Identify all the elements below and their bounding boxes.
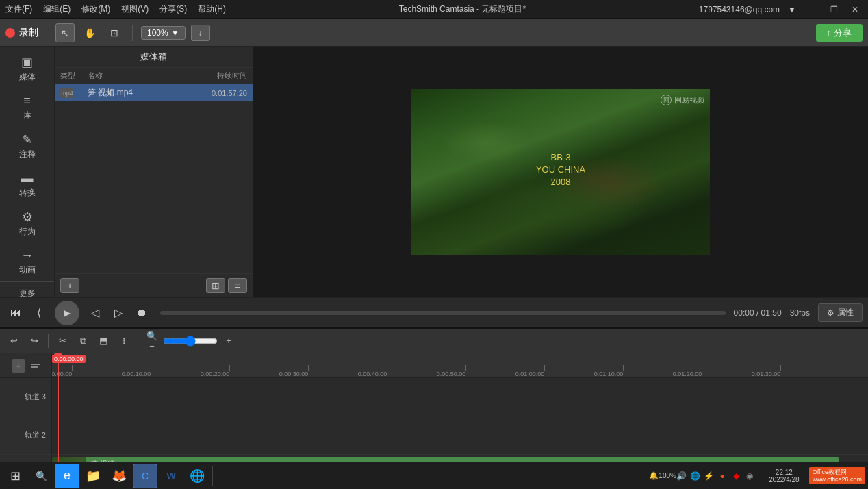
start-button[interactable]: ⊞ — [3, 464, 27, 488]
record-dot-icon — [5, 28, 15, 38]
system-clock[interactable]: 22:12 2022/4/28 — [763, 468, 805, 484]
taskbar-word[interactable]: W — [159, 464, 183, 488]
split-button[interactable]: ⫶ — [116, 333, 132, 349]
step-back-button[interactable]: ⟨ — [29, 303, 49, 323]
download-button[interactable]: ↓ — [191, 25, 210, 41]
play-button[interactable]: ▶ — [55, 301, 79, 325]
track-row-3[interactable] — [52, 378, 868, 416]
tray-app1[interactable]: ● — [717, 471, 728, 481]
menu-modify[interactable]: 修改(M) — [81, 3, 110, 15]
zoom-slider-container: 🔍− + — [144, 333, 237, 349]
library-label: 库 — [23, 110, 31, 121]
track-row-2[interactable] — [52, 416, 868, 455]
tray-notification[interactable]: 🔔 — [648, 471, 659, 481]
sidebar-more-button[interactable]: 更多 — [0, 281, 54, 305]
media-panel-footer: + ⊞ ≡ — [55, 273, 253, 297]
record-button[interactable]: 录制 — [5, 27, 38, 39]
tray-percent: 100% — [662, 471, 673, 481]
tray-audio[interactable]: 🔊 — [676, 471, 687, 481]
grid-view-button[interactable]: ⊞ — [206, 278, 225, 293]
taskbar-edge[interactable]: e — [55, 464, 79, 488]
taskbar-folder[interactable]: 📁 — [81, 464, 105, 488]
progress-bar[interactable] — [160, 311, 726, 315]
tl-separator-1 — [48, 334, 49, 348]
menu-view[interactable]: 视图(V) — [121, 3, 149, 15]
ruler-mark-6: 0:01:00:00 — [530, 365, 559, 377]
titlebar: 文件(F) 编辑(E) 修改(M) 视图(V) 分享(S) 帮助(H) Tech… — [0, 0, 868, 19]
media-row[interactable]: mp4 笋 视频.mp4 0:01:57:20 — [55, 84, 253, 101]
next-frame-button[interactable]: ▷ — [108, 303, 129, 323]
taskbar-ie[interactable]: 🌐 — [185, 464, 209, 488]
time-display: 00:00 / 01:50 — [734, 308, 782, 318]
crop-tool-button[interactable]: ⊡ — [105, 23, 124, 42]
taskbar-search[interactable]: 🔍 — [29, 464, 53, 488]
play-icon: ▶ — [64, 308, 71, 318]
undo-button[interactable]: ↩ — [5, 333, 22, 349]
app-title: TechSmith Camtasia - 无标题项目* — [399, 3, 526, 15]
record-clip-button[interactable]: ⏺ — [131, 303, 152, 323]
menu-edit[interactable]: 编辑(E) — [43, 3, 71, 15]
sidebar-item-library[interactable]: ≡ 库 — [0, 88, 54, 127]
transition-label: 转换 — [19, 187, 36, 199]
ruler-mark-3: 0:00:30:00 — [294, 365, 323, 377]
properties-button[interactable]: ⚙ 属性 — [818, 303, 863, 322]
paste-button[interactable]: ⬒ — [95, 333, 112, 349]
select-tool-button[interactable]: ↖ — [55, 23, 75, 42]
zoom-slider[interactable] — [163, 336, 218, 347]
preview-video: 网 网易视频 BB-3YOU CHINA2008 — [411, 89, 710, 255]
media-table-header: 类型 名称 持续时间 — [55, 68, 253, 84]
zoom-dropdown[interactable]: 100% ▼ — [141, 26, 186, 40]
add-track-button[interactable]: + — [12, 359, 25, 373]
tray-battery[interactable]: ⚡ — [703, 471, 714, 481]
pan-tool-button[interactable]: ✋ — [80, 23, 99, 42]
minimize-button[interactable]: — — [804, 3, 821, 16]
tray-app3[interactable]: ◉ — [744, 471, 755, 481]
sidebar-item-media[interactable]: ▣ 媒体 — [0, 49, 54, 88]
ruler-mark-1: 0:00:10:00 — [136, 365, 166, 377]
tray-network[interactable]: 🌐 — [689, 471, 700, 481]
tray-app2[interactable]: ◆ — [730, 471, 741, 481]
transition-icon: ▬ — [21, 171, 34, 186]
media-duration-cell: 0:01:57:20 — [199, 89, 247, 97]
share-icon: ↑ — [827, 27, 832, 38]
folder-icon: 📁 — [86, 468, 101, 484]
menu-share[interactable]: 分享(S) — [159, 3, 187, 15]
zoom-out-button[interactable]: 🔍− — [144, 333, 160, 349]
redo-button[interactable]: ↪ — [26, 333, 42, 349]
user-dropdown-icon[interactable]: ▼ — [788, 5, 796, 14]
prev-frame-button[interactable]: ◁ — [85, 303, 105, 323]
ruler-mark-2: 0:00:20:00 — [215, 365, 244, 377]
sidebar-item-transition[interactable]: ▬ 转换 — [0, 166, 54, 204]
firefox-icon: 🦊 — [112, 468, 127, 484]
cut-button[interactable]: ✂ — [54, 333, 71, 349]
copy-button[interactable]: ⧉ — [75, 333, 91, 349]
office-badge[interactable]: Office教程网 www.office26.com — [809, 467, 865, 485]
skip-back-button[interactable]: ⏮ — [5, 303, 26, 323]
track-3-label: 轨道 3 — [0, 378, 51, 416]
toolbar-separator-1 — [47, 25, 47, 41]
more-label: 更多 — [19, 288, 36, 299]
video-overlay-text: BB-3YOU CHINA2008 — [536, 151, 585, 189]
playback-controls: ⏮ ⟨ ▶ ◁ ▷ ⏺ 00:00 / 01:50 30fps ⚙ 属性 — [0, 297, 868, 327]
menu-file[interactable]: 文件(F) — [5, 3, 32, 15]
timeline-ruler[interactable]: 0:00:00:00 0:00:00:000:00:10:000:00:20:0… — [52, 353, 868, 378]
taskbar-camtasia[interactable]: C — [133, 464, 157, 488]
zoom-in-button[interactable]: + — [220, 333, 237, 349]
taskbar-firefox[interactable]: 🦊 — [107, 464, 131, 488]
video-frame: 网 网易视频 BB-3YOU CHINA2008 — [411, 89, 710, 255]
restore-button[interactable]: ❐ — [826, 3, 842, 16]
menu-help[interactable]: 帮助(H) — [198, 3, 226, 15]
share-button[interactable]: ↑ 分享 — [816, 24, 863, 42]
col-duration: 持续时间 — [199, 71, 247, 81]
user-account[interactable]: 1797543146@qq.com — [699, 5, 780, 14]
sidebar-item-annotation[interactable]: ✎ 注释 — [0, 127, 54, 166]
zoom-dropdown-icon: ▼ — [171, 28, 179, 38]
media-panel: 媒体箱 类型 名称 持续时间 mp4 笋 视频.mp4 0:01:57:20 +… — [55, 47, 253, 297]
list-view-button[interactable]: ≡ — [228, 278, 247, 293]
sidebar-item-animation[interactable]: → 动画 — [0, 243, 54, 281]
media-icon: ▣ — [21, 55, 33, 70]
add-media-button[interactable]: + — [60, 278, 79, 293]
sidebar-item-behavior[interactable]: ⚙ 行为 — [0, 204, 54, 243]
close-button[interactable]: ✕ — [847, 3, 863, 16]
view-toggle: ⊞ ≡ — [206, 278, 247, 293]
